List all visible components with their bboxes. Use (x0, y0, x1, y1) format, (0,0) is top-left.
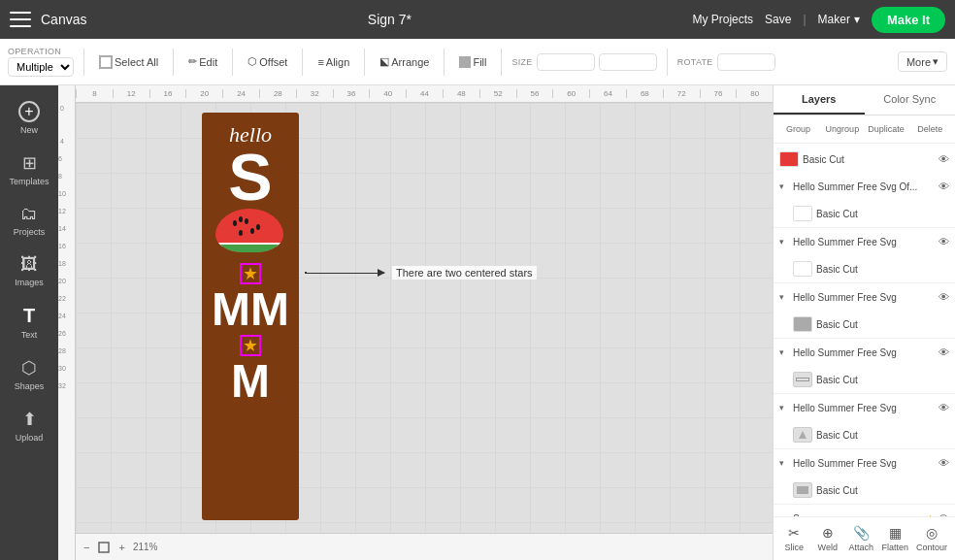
operation-select[interactable]: Multiple (8, 57, 74, 77)
layer-visibility-icon[interactable]: 👁 (939, 346, 949, 358)
layer-group-4: ▾ Hello Summer Free Svg 👁 Basic Cut (774, 339, 955, 394)
make-it-button[interactable]: Make It (872, 7, 945, 33)
offset-button[interactable]: ⬡ Offset (243, 52, 292, 71)
ungroup-button[interactable]: Ungroup (821, 121, 863, 137)
size-w-input[interactable] (537, 53, 595, 71)
layer-thumb (793, 206, 812, 221)
duplicate-button[interactable]: Duplicate (866, 121, 907, 137)
layer-visibility-icon[interactable]: 👁 (939, 153, 949, 165)
list-item[interactable]: ▾ Square ⚠ 👁 (774, 505, 955, 516)
list-item[interactable]: Basic Cut (774, 477, 955, 504)
list-item[interactable]: ▾ Hello Summer Free Svg 👁 (774, 339, 955, 366)
layer-group-3: ▾ Hello Summer Free Svg 👁 Basic Cut (774, 283, 955, 339)
list-item[interactable]: Basic Cut (774, 311, 955, 338)
sidebar-item-images[interactable]: 🖼 Images (4, 247, 54, 295)
expand-icon[interactable]: ▾ (779, 181, 789, 191)
bottom-actions: ✂ Slice ⊕ Weld 📎 Attach ▦ Flatten ◎ Cont… (774, 516, 955, 560)
layer-visibility-icon[interactable]: 👁 (939, 236, 949, 247)
attach-button[interactable]: 📎 Attach (846, 521, 875, 556)
expand-icon[interactable]: ▾ (779, 237, 789, 247)
hamburger-menu[interactable] (10, 12, 31, 27)
expand-icon[interactable]: ▾ (779, 403, 789, 412)
sidebar-item-shapes[interactable]: ⬡ Shapes (4, 349, 54, 399)
contour-button[interactable]: ◎ Contour (914, 521, 949, 556)
letter-m-last: M (231, 358, 270, 405)
nav-divider: | (803, 13, 806, 26)
delete-button[interactable]: Delete (909, 121, 951, 137)
expand-icon[interactable]: ▾ (779, 292, 789, 302)
canvas-area: 0 4 6 8 10 12 14 16 18 20 22 24 26 28 30… (58, 85, 773, 560)
document-title: Sign 7* (368, 12, 412, 27)
save-button[interactable]: Save (765, 13, 791, 26)
tab-color-sync[interactable]: Color Sync (865, 85, 956, 115)
list-item[interactable]: ▾ Hello Summer Free Svg 👁 (774, 283, 955, 311)
edit-button[interactable]: ✏ Edit (183, 52, 222, 71)
slice-button[interactable]: ✂ Slice (779, 521, 808, 556)
weld-button[interactable]: ⊕ Weld (812, 521, 841, 556)
list-item[interactable]: Basic Cut (774, 366, 955, 393)
sidebar-item-upload[interactable]: ⬆ Upload (4, 401, 54, 450)
text-icon: T (23, 305, 35, 327)
arrange-button[interactable]: ⬕ Arrange (375, 52, 434, 71)
list-item[interactable]: Basic Cut 👁 (774, 146, 955, 173)
list-item[interactable]: ▾ Hello Summer Free Svg Of... 👁 (774, 173, 955, 200)
fill-button[interactable]: Fill (454, 53, 491, 71)
projects-icon: 🗂 (20, 204, 38, 224)
select-all-button[interactable]: Select All (94, 52, 163, 72)
images-icon: 🖼 (20, 254, 38, 275)
annotation: There are two centered stars (305, 266, 537, 280)
right-panel: Layers Color Sync Group Ungroup Duplicat… (773, 85, 955, 560)
size-section: Size (511, 53, 656, 71)
arrange-icon: ⬕ (379, 55, 389, 68)
toolbar-sep-4 (302, 49, 303, 76)
canvas-content[interactable]: hello S (76, 103, 773, 533)
contour-icon: ◎ (926, 525, 938, 541)
list-item[interactable]: ▾ Hello Summer Free Svg 👁 (774, 228, 955, 255)
layer-visibility-icon[interactable]: 👁 (939, 457, 949, 469)
sidebar-item-text[interactable]: T Text (4, 297, 54, 347)
letter-m1: M (212, 286, 250, 333)
toolbar-sep-2 (173, 49, 174, 76)
sidebar-item-templates[interactable]: ⊞ Templates (4, 145, 54, 194)
annotation-text: There are two centered stars (392, 266, 537, 280)
list-item[interactable]: ▾ Hello Summer Free Svg 👁 (774, 394, 955, 421)
zoom-out-button[interactable]: − (83, 542, 89, 553)
flatten-button[interactable]: ▦ Flatten (879, 521, 910, 556)
list-item[interactable]: Basic Cut (774, 255, 955, 282)
more-button[interactable]: More ▾ (898, 51, 947, 72)
layer-sub-name: Basic Cut (816, 209, 949, 219)
m-letters-row: M M (212, 286, 289, 333)
layer-name: Hello Summer Free Svg (793, 292, 935, 303)
layer-thumb (793, 372, 812, 387)
sign-container[interactable]: hello S (202, 113, 299, 520)
align-button[interactable]: ≡ Align (313, 53, 354, 71)
star-icon (244, 267, 257, 280)
sidebar-item-projects[interactable]: 🗂 Projects (4, 196, 54, 245)
my-projects-link[interactable]: My Projects (692, 13, 753, 26)
shapes-icon: ⬡ (21, 357, 37, 379)
zoom-in-button[interactable]: + (118, 542, 124, 553)
rotate-input[interactable] (717, 53, 775, 71)
layer-name: Hello Summer Free Svg Of... (793, 181, 935, 192)
sidebar-item-new[interactable]: + New (4, 93, 54, 143)
size-h-input[interactable] (599, 53, 657, 71)
list-item[interactable]: Basic Cut (774, 421, 955, 448)
tab-layers[interactable]: Layers (774, 85, 865, 115)
new-icon: + (18, 101, 40, 122)
star-icon-2 (244, 339, 257, 352)
layer-visibility-icon[interactable]: 👁 (939, 402, 949, 413)
layer-visibility-icon[interactable]: 👁 (939, 291, 949, 303)
maker-dropdown[interactable]: Maker ▾ (818, 13, 860, 26)
operation-label: Operation (8, 47, 74, 56)
list-item[interactable]: ▾ Hello Summer Free Svg 👁 (774, 449, 955, 477)
nav-center: Sign 7* (96, 12, 682, 27)
layer-visibility-icon[interactable]: 👁 (939, 181, 949, 192)
expand-icon[interactable]: ▾ (779, 347, 789, 357)
toolbar: Operation Multiple Select All ✏ Edit ⬡ O… (0, 39, 955, 85)
expand-icon[interactable]: ▾ (779, 458, 789, 468)
group-button[interactable]: Group (777, 121, 819, 137)
list-item[interactable]: Basic Cut (774, 200, 955, 227)
layer-sub-name: Basic Cut (816, 319, 949, 330)
svg-rect-0 (99, 543, 109, 552)
zoom-value: 211% (133, 542, 158, 552)
